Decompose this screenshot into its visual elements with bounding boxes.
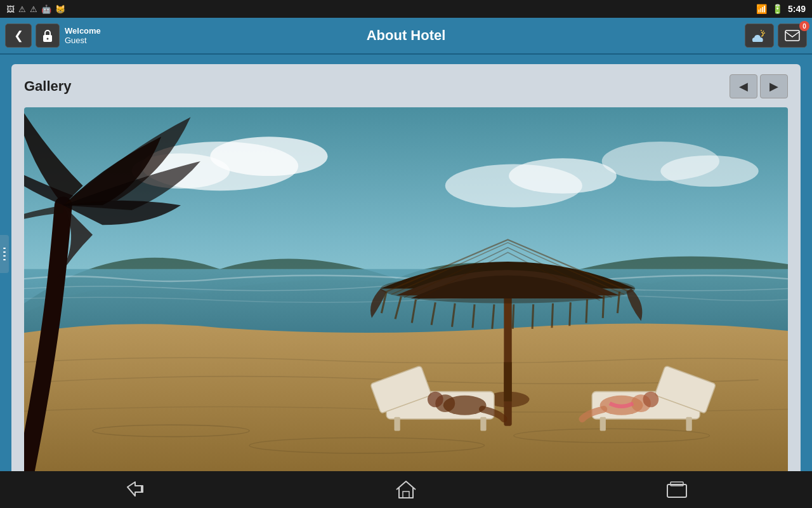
beach-scene-svg — [24, 107, 788, 471]
nav-right-buttons: 0 — [745, 23, 807, 48]
mail-icon — [785, 30, 800, 41]
svg-rect-51 — [667, 485, 686, 497]
gallery-prev-button[interactable]: ◀ — [730, 74, 757, 98]
weather-icon — [752, 29, 767, 42]
lock-icon — [42, 29, 53, 43]
handle-line-1 — [3, 248, 6, 249]
svg-rect-39 — [480, 417, 486, 431]
svg-line-28 — [532, 304, 534, 329]
warning-status-icon-1: ⚠ — [18, 4, 26, 14]
lock-button[interactable] — [36, 23, 60, 48]
nav-recents-button[interactable] — [658, 477, 696, 502]
gallery-header: Gallery ◀ ▶ — [24, 74, 788, 98]
android-status-icon: 🤖 — [41, 4, 51, 14]
status-bar: 🖼 ⚠ ⚠ 🤖 😸 📶 🔋 5:49 — [0, 0, 812, 18]
time-display: 5:49 — [788, 4, 806, 14]
mail-button[interactable]: 0 — [778, 23, 807, 48]
svg-point-1 — [47, 38, 49, 40]
gallery-image — [24, 107, 788, 471]
main-content: Gallery ◀ ▶ — [0, 55, 812, 471]
recents-icon — [666, 481, 688, 498]
picture-status-icon: 🖼 — [6, 4, 15, 14]
svg-rect-50 — [403, 491, 409, 498]
svg-point-49 — [643, 392, 659, 408]
gallery-title: Gallery — [24, 78, 72, 95]
guest-text: Guest — [65, 36, 101, 45]
svg-line-30 — [570, 302, 571, 326]
back-button[interactable]: ❮ — [5, 23, 32, 48]
svg-line-32 — [603, 295, 604, 318]
svg-rect-46 — [686, 417, 691, 431]
svg-rect-38 — [394, 417, 400, 431]
handle-line-2 — [3, 251, 6, 253]
wifi-icon: 📶 — [756, 4, 767, 14]
nav-home-button[interactable] — [387, 477, 425, 502]
face-status-icon: 😸 — [55, 4, 65, 14]
back-arrow-icon — [124, 481, 147, 498]
svg-rect-45 — [600, 417, 606, 431]
battery-icon: 🔋 — [772, 4, 783, 14]
nav-bar: ❮ Welcome Guest About Hotel 0 — [0, 18, 812, 55]
status-right: 📶 🔋 5:49 — [756, 4, 806, 14]
page-title: About Hotel — [367, 27, 446, 44]
svg-point-42 — [428, 392, 443, 408]
gallery-card: Gallery ◀ ▶ — [11, 64, 801, 471]
svg-point-13 — [660, 156, 758, 187]
welcome-text: Welcome — [65, 26, 101, 36]
weather-button[interactable] — [745, 23, 774, 48]
svg-rect-35 — [504, 362, 511, 401]
home-icon — [395, 480, 417, 499]
svg-line-31 — [586, 300, 587, 323]
gallery-navigation: ◀ ▶ — [730, 74, 788, 98]
handle-line-4 — [3, 259, 6, 260]
side-handle[interactable] — [0, 235, 9, 273]
svg-line-3 — [763, 31, 764, 32]
svg-line-27 — [513, 304, 514, 329]
user-info: Welcome Guest — [65, 26, 101, 45]
gallery-next-button[interactable]: ▶ — [760, 74, 788, 98]
side-handle-lines — [3, 248, 6, 260]
status-icons-left: 🖼 ⚠ ⚠ 🤖 😸 — [6, 4, 65, 14]
handle-line-3 — [3, 255, 6, 257]
warning-status-icon-2: ⚠ — [30, 4, 37, 14]
svg-rect-5 — [785, 30, 799, 41]
svg-point-11 — [509, 158, 617, 194]
bottom-nav — [0, 471, 812, 508]
nav-back-button[interactable] — [116, 477, 154, 502]
svg-line-29 — [552, 304, 553, 328]
mail-badge: 0 — [799, 21, 809, 31]
